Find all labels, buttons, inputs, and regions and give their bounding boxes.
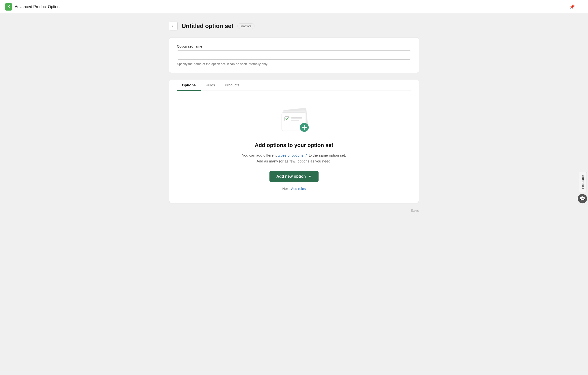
tab-rules[interactable]: Rules	[201, 80, 220, 91]
next-link: Next: Add rules	[282, 187, 306, 191]
types-of-options-link[interactable]: types of options ↗	[278, 153, 307, 157]
tabs-wrapper: Options Rules Products	[169, 80, 419, 203]
chevron-down-icon: ▼	[308, 174, 312, 178]
page-header: ← Untitled option set Inactive	[169, 22, 419, 30]
app-icon: X	[5, 3, 12, 11]
feedback-sidebar: Feedback 💬	[578, 172, 588, 203]
more-icon[interactable]: ⋯	[579, 4, 583, 10]
svg-rect-4	[291, 117, 302, 119]
topbar: X Advanced Product Options 📌 ⋯	[0, 0, 588, 14]
main-content: ← Untitled option set Inactive Option se…	[159, 14, 429, 223]
chat-bubble-icon[interactable]: 💬	[578, 194, 587, 203]
option-set-name-label: Option set name	[177, 44, 411, 48]
topbar-right: 📌 ⋯	[569, 4, 583, 10]
option-set-name-input[interactable]	[177, 50, 411, 60]
add-rules-link[interactable]: Add rules	[291, 187, 306, 191]
status-badge: Inactive	[237, 23, 255, 29]
tab-content-options: Add options to your option set You can a…	[169, 91, 419, 203]
page-footer: Save	[169, 203, 419, 215]
save-button[interactable]: Save	[411, 208, 419, 213]
pin-icon[interactable]: 📌	[569, 4, 575, 10]
app-title: Advanced Product Options	[15, 5, 61, 9]
empty-state-desc: You can add different types of options ↗…	[242, 152, 346, 164]
option-set-name-card: Option set name Specify the name of the …	[169, 37, 419, 73]
tabs-section: Options Rules Products	[169, 80, 419, 203]
tab-options[interactable]: Options	[177, 80, 201, 91]
page-title: Untitled option set	[182, 23, 233, 29]
option-set-name-hint: Specify the name of the option set. It c…	[177, 62, 411, 66]
empty-state-title: Add options to your option set	[255, 142, 333, 148]
tabs-nav-wrapper: Options Rules Products	[169, 80, 419, 91]
svg-rect-5	[291, 120, 299, 121]
add-new-option-button[interactable]: Add new option ▼	[269, 171, 319, 182]
tab-products[interactable]: Products	[220, 80, 244, 91]
back-button[interactable]: ←	[169, 22, 178, 30]
empty-state-illustration	[277, 106, 311, 135]
topbar-left: X Advanced Product Options	[5, 3, 61, 11]
tabs-nav: Options Rules Products	[177, 80, 411, 91]
feedback-tab[interactable]: Feedback	[579, 172, 587, 192]
